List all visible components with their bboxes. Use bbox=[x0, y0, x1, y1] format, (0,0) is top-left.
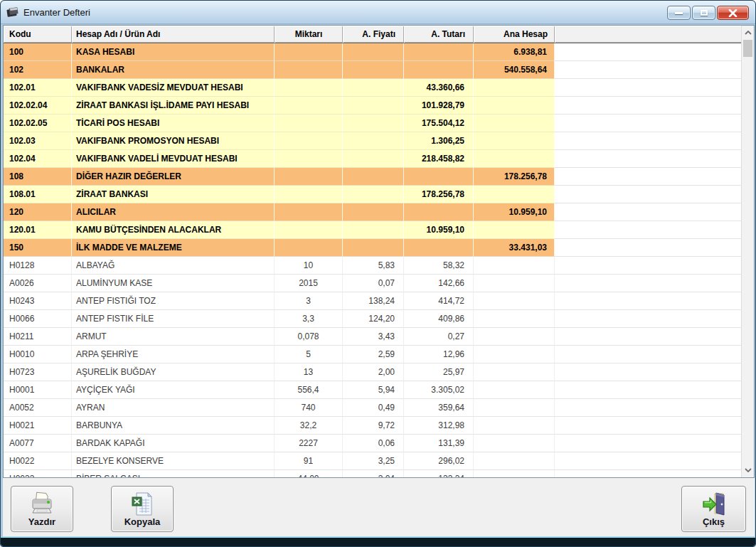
table-row[interactable]: 150İLK MADDE VE MALZEME33.431,03 bbox=[4, 239, 754, 257]
inventory-table: KoduHesap Adı / Ürün AdıMiktarıA. Fiyatı… bbox=[3, 25, 755, 478]
cell-name: BEZELYE KONSERVE bbox=[72, 452, 275, 470]
table-row[interactable]: 102.01VAKIFBANK VADESİZ MEVDUAT HESABI43… bbox=[4, 79, 754, 97]
copy-button-label: Kopyala bbox=[124, 516, 161, 527]
cell-filler bbox=[555, 275, 754, 292]
cell-price: 0,06 bbox=[343, 435, 404, 452]
cell-main: 540.558,64 bbox=[474, 61, 555, 79]
table-row[interactable]: 108.01ZİRAAT BANKASI178.256,78 bbox=[4, 186, 754, 203]
table-row[interactable]: H0723AŞURELİK BUĞDAY132,0025,97 bbox=[4, 363, 754, 381]
cell-amount: 312,98 bbox=[404, 417, 474, 435]
cell-qty: 2227 bbox=[275, 435, 343, 452]
minimize-button[interactable] bbox=[667, 6, 691, 20]
column-header-qty[interactable]: Miktarı bbox=[275, 26, 343, 43]
window-title: Envanter Defteri bbox=[23, 7, 90, 18]
cell-main bbox=[474, 150, 555, 168]
chevron-down-icon bbox=[745, 468, 752, 472]
table-row[interactable]: A0077BARDAK KAPAĞI22270,06131,39 bbox=[4, 435, 754, 452]
cell-qty bbox=[275, 43, 343, 61]
table-row[interactable]: H0243ANTEP FISTIĞI TOZ3138,24414,72 bbox=[4, 292, 754, 310]
table-row[interactable]: H0033BİBER SALÇASI44,003,04133,34 bbox=[4, 470, 754, 477]
cell-price: 3,25 bbox=[343, 452, 404, 470]
table-row[interactable]: H0010ARPA ŞEHRİYE52,5912,96 bbox=[4, 346, 754, 363]
table-row[interactable]: H0211ARMUT0,0783,430,27 bbox=[4, 328, 754, 346]
close-button[interactable] bbox=[717, 6, 749, 20]
column-header-amount[interactable]: A. Tutarı bbox=[404, 26, 474, 43]
table-row[interactable]: 102.04VAKIFBANK VADELİ MEVDUAT HESABI218… bbox=[4, 150, 754, 168]
exit-button-label: Çıkış bbox=[703, 516, 725, 527]
table-row[interactable]: A0052AYRAN7400,49359,64 bbox=[4, 399, 754, 417]
table-row[interactable]: 120ALICILAR10.959,10 bbox=[4, 203, 754, 221]
table-row[interactable]: H0022BEZELYE KONSERVE913,25296,02 bbox=[4, 452, 754, 470]
cell-main bbox=[474, 310, 555, 328]
cell-price bbox=[343, 186, 404, 203]
cell-filler bbox=[555, 168, 754, 186]
table-row[interactable]: 100KASA HESABI6.938,81 bbox=[4, 43, 754, 61]
cell-price bbox=[343, 97, 404, 115]
table-row[interactable]: 102.02.05TİCARİ POS HESABI175.504,12 bbox=[4, 115, 754, 132]
scroll-up-button[interactable] bbox=[742, 27, 755, 38]
column-header-filler bbox=[555, 26, 754, 43]
cell-qty bbox=[275, 203, 343, 221]
column-header-name[interactable]: Hesap Adı / Ürün Adı bbox=[72, 26, 275, 43]
cell-price bbox=[343, 132, 404, 150]
cell-code: 120.01 bbox=[4, 221, 72, 239]
table-row[interactable]: H0128ALBAYAĞ105,8358,32 bbox=[4, 257, 754, 275]
table-body: 100KASA HESABI6.938,81102BANKALAR540.558… bbox=[4, 43, 754, 477]
cell-filler bbox=[555, 310, 754, 328]
copy-button[interactable]: Kopyala bbox=[111, 486, 174, 532]
cell-name: AYRAN bbox=[72, 399, 275, 417]
cell-main bbox=[474, 381, 555, 399]
window-bottom-border bbox=[1, 538, 755, 546]
table-row[interactable]: 108DİĞER HAZIR DEĞERLER178.256,78 bbox=[4, 168, 754, 186]
cell-amount: 409,86 bbox=[404, 310, 474, 328]
cell-qty bbox=[275, 79, 343, 97]
cell-code: H0010 bbox=[4, 346, 72, 363]
cell-main bbox=[474, 275, 555, 292]
cell-amount: 58,32 bbox=[404, 257, 474, 275]
column-header-price[interactable]: A. Fiyatı bbox=[343, 26, 404, 43]
cell-price: 138,24 bbox=[343, 292, 404, 310]
cell-qty bbox=[275, 61, 343, 79]
cell-code: A0077 bbox=[4, 435, 72, 452]
cell-price bbox=[343, 150, 404, 168]
cell-qty bbox=[275, 221, 343, 239]
table-row[interactable]: H0066ANTEP FISTIK FİLE3,3124,20409,86 bbox=[4, 310, 754, 328]
cell-main bbox=[474, 115, 555, 132]
minimize-icon bbox=[675, 12, 683, 14]
table-row[interactable]: H0001AYÇİÇEK YAĞI556,45,943.305,02 bbox=[4, 381, 754, 399]
cell-filler bbox=[555, 186, 754, 203]
cell-main bbox=[474, 221, 555, 239]
table-row[interactable]: A0026ALUMİNYUM KASE20150,07142,66 bbox=[4, 275, 754, 292]
cell-qty bbox=[275, 150, 343, 168]
cell-price: 3,43 bbox=[343, 328, 404, 346]
cell-code: H0128 bbox=[4, 257, 72, 275]
cell-price bbox=[343, 203, 404, 221]
table-row[interactable]: 120.01KAMU BÜTÇESİNDEN ALACAKLAR10.959,1… bbox=[4, 221, 754, 239]
titlebar[interactable]: Envanter Defteri bbox=[1, 1, 755, 24]
table-row[interactable]: 102.02.04ZİRAAT BANKASI İŞL.İDAME PAYI H… bbox=[4, 97, 754, 115]
cell-price: 2,59 bbox=[343, 346, 404, 363]
cell-code: A0052 bbox=[4, 399, 72, 417]
cell-name: BARBUNYA bbox=[72, 417, 275, 435]
maximize-button[interactable] bbox=[692, 6, 715, 20]
excel-icon bbox=[112, 492, 173, 517]
vertical-scrollbar[interactable] bbox=[741, 26, 754, 477]
table-row[interactable]: 102.03VAKIFBANK PROMOSYON HESABI1.306,25 bbox=[4, 132, 754, 150]
table-row[interactable]: H0021BARBUNYA32,29,72312,98 bbox=[4, 417, 754, 435]
cell-price bbox=[343, 221, 404, 239]
scroll-down-button[interactable] bbox=[742, 464, 755, 476]
cell-name: ALUMİNYUM KASE bbox=[72, 275, 275, 292]
column-header-main[interactable]: Ana Hesap bbox=[474, 26, 555, 43]
cell-name: ALBAYAĞ bbox=[72, 257, 275, 275]
scroll-thumb[interactable] bbox=[743, 40, 752, 57]
cell-amount bbox=[404, 239, 474, 257]
app-icon bbox=[6, 6, 19, 18]
cell-amount: 10.959,10 bbox=[404, 221, 474, 239]
column-header-code[interactable]: Kodu bbox=[4, 26, 72, 43]
cell-main bbox=[474, 97, 555, 115]
table-row[interactable]: 102BANKALAR540.558,64 bbox=[4, 61, 754, 79]
exit-button[interactable]: Çıkış bbox=[681, 486, 746, 532]
cell-code: A0026 bbox=[4, 275, 72, 292]
print-button[interactable]: Yazdır bbox=[11, 486, 73, 532]
cell-qty: 2015 bbox=[275, 275, 343, 292]
